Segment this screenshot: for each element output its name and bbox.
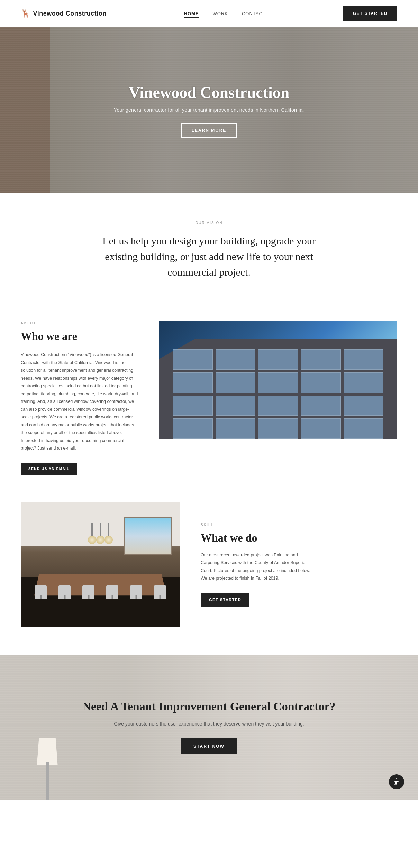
room-lights	[69, 515, 132, 540]
cta-start-now-button[interactable]: START NOW	[181, 738, 237, 754]
vision-eyebrow: OUR VISION	[21, 221, 397, 225]
nav-link-work[interactable]: WORK	[213, 11, 228, 16]
window-3	[258, 349, 298, 370]
table-chairs	[29, 572, 172, 599]
about-right-column	[159, 321, 397, 439]
about-building-image	[159, 321, 397, 439]
skill-eyebrow: SKILL	[201, 523, 397, 527]
vision-section: OUR VISION Let us help you design your b…	[0, 193, 418, 301]
deer-icon: 🦌	[21, 9, 30, 18]
window-19	[301, 418, 341, 439]
accessibility-icon	[392, 778, 401, 786]
cta-subtitle: Give your customers the user experience …	[82, 720, 335, 728]
window-10	[344, 372, 383, 393]
hero-title: Vinewood Construction	[114, 83, 304, 102]
window-9	[301, 372, 341, 393]
chair-5	[130, 585, 142, 599]
skill-get-started-button[interactable]: GET STARTED	[201, 593, 249, 607]
nav-item-home[interactable]: HOME	[184, 11, 199, 16]
window-5	[344, 349, 383, 370]
accessibility-button[interactable]	[389, 774, 404, 789]
cta-section: Need A Tenant Improvement General Contra…	[0, 655, 418, 800]
skill-content: SKILL What we do Our most recent awarded…	[201, 502, 397, 627]
lamp-base	[46, 762, 49, 800]
skill-body: Our most recent awarded project was Pain…	[201, 551, 311, 582]
about-title: Who we are	[21, 330, 138, 343]
hero-learn-more-button[interactable]: LEARN MORE	[181, 123, 237, 138]
chair-6	[154, 585, 166, 599]
send-email-button[interactable]: SEND US AN EMAIL	[21, 463, 77, 475]
nav-link-home[interactable]: HOME	[184, 11, 199, 18]
svg-point-0	[396, 778, 397, 779]
light-3	[108, 523, 109, 540]
hero-section: Vinewood Construction Your general contr…	[0, 27, 418, 193]
window-13	[258, 396, 298, 416]
window-6	[173, 372, 213, 393]
window-7	[216, 372, 255, 393]
about-left-column: ABOUT Who we are Vinewood Construction (…	[21, 321, 138, 475]
chair-3	[82, 585, 94, 599]
nav-item-contact[interactable]: CONTACT	[242, 11, 266, 16]
building-windows	[159, 339, 397, 439]
hero-content: Vinewood Construction Your general contr…	[100, 83, 318, 138]
window-20	[344, 418, 383, 439]
window-8	[258, 372, 298, 393]
chair-1	[35, 585, 47, 599]
navigation: 🦌 Vinewood Construction HOME WORK CONTAC…	[0, 0, 418, 27]
light-1	[91, 523, 93, 540]
light-2	[100, 523, 101, 540]
skill-title: What we do	[201, 532, 397, 544]
window-14	[301, 396, 341, 416]
logo-text: Vinewood Construction	[33, 10, 107, 17]
chair-2	[58, 585, 71, 599]
about-section: ABOUT Who we are Vinewood Construction (…	[0, 301, 418, 502]
vision-text: Let us help you design your building, up…	[91, 233, 327, 280]
window-11	[173, 396, 213, 416]
window-2	[216, 349, 255, 370]
skill-section: SKILL What we do Our most recent awarded…	[0, 502, 418, 655]
nav-item-work[interactable]: WORK	[213, 11, 228, 16]
logo[interactable]: 🦌 Vinewood Construction	[21, 9, 107, 18]
cta-title: Need A Tenant Improvement General Contra…	[82, 700, 335, 713]
window-17	[216, 418, 255, 439]
window-4	[301, 349, 341, 370]
nav-links: HOME WORK CONTACT	[184, 11, 266, 16]
skill-conference-image	[21, 502, 180, 627]
window-15	[344, 396, 383, 416]
about-body: Vinewood Construction ("Vinewood") is a …	[21, 351, 138, 452]
chair-4	[106, 585, 118, 599]
window-12	[216, 396, 255, 416]
nav-link-contact[interactable]: CONTACT	[242, 11, 266, 16]
about-eyebrow: ABOUT	[21, 321, 138, 325]
hero-subtitle: Your general contractor for all your ten…	[114, 107, 304, 113]
cta-content: Need A Tenant Improvement General Contra…	[55, 700, 363, 754]
window-1	[173, 349, 213, 370]
nav-cta-button[interactable]: GET STARTED	[343, 6, 397, 21]
window-16	[173, 418, 213, 439]
window-18	[258, 418, 298, 439]
